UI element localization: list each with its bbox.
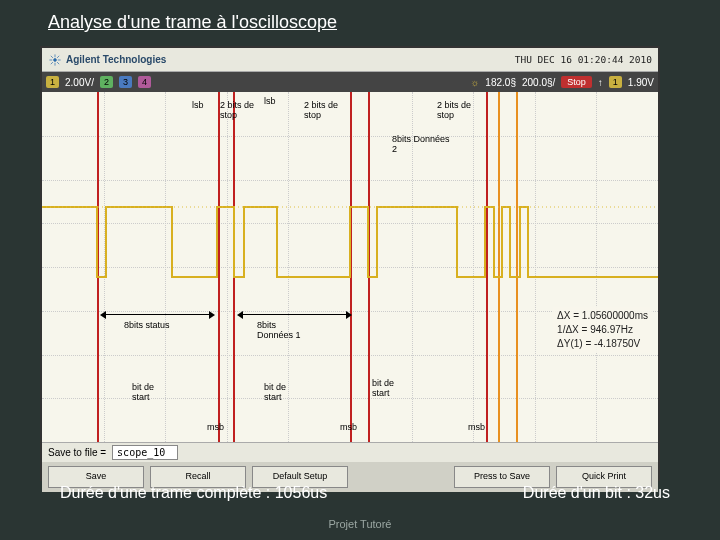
timestamp: THU DEC 16 01:20:44 2010 (515, 54, 652, 65)
agilent-burst-icon (48, 53, 62, 67)
svg-line-5 (51, 55, 53, 57)
label-8bits-data2: 8bits Données 2 (392, 134, 452, 154)
svg-line-7 (57, 55, 59, 57)
label-2bits-stop-3: 2 bits de stop (437, 100, 479, 120)
meas-dx: ΔX = 1.05600000ms (557, 309, 648, 323)
meas-invdx: 1/ΔX = 946.97Hz (557, 323, 648, 337)
trigger-level: 1.90V (628, 77, 654, 88)
svg-line-8 (51, 62, 53, 64)
trigger-edge-icon: ↑ (598, 77, 603, 88)
scope-header: Agilent Technologies THU DEC 16 01:20:44… (42, 48, 658, 72)
caption-frame-duration: Durée d'une trame complète : 1056us (60, 484, 327, 502)
slide-title: Analyse d'une trame à l'oscilloscope (48, 12, 337, 33)
label-lsb-2: lsb (264, 96, 276, 106)
measurement-readout: ΔX = 1.05600000ms 1/ΔX = 946.97Hz ΔY(1) … (553, 307, 652, 353)
time-div: 200.0§/ (522, 77, 555, 88)
label-bit-start-3: bit de start (372, 378, 412, 398)
save-label: Save to file = (48, 447, 106, 458)
run-status: Stop (561, 76, 592, 88)
meas-dy: ΔY(1) = -4.18750V (557, 337, 648, 351)
slide-footer: Projet Tutoré (0, 518, 720, 530)
svg-point-0 (54, 58, 57, 61)
brightness-icon: ☼ (470, 77, 479, 88)
softkey-empty (354, 466, 448, 488)
ch1-vdiv: 2.00V/ (65, 77, 94, 88)
label-bit-start-1: bit de start (132, 382, 172, 402)
save-bar: Save to file = scope_10 (42, 442, 658, 462)
waveform-area: lsb 2 bits de stop lsb 2 bits de stop 2 … (42, 92, 658, 442)
ch1-badge: 1 (46, 76, 59, 88)
label-msb-1: msb (207, 422, 224, 432)
label-bit-start-2: bit de start (264, 382, 304, 402)
label-2bits-stop-1: 2 bits de stop (220, 100, 262, 120)
label-msb-2: msb (340, 422, 357, 432)
svg-line-6 (57, 62, 59, 64)
brand-label: Agilent Technologies (66, 54, 166, 65)
trigger-ch: 1 (609, 76, 622, 88)
label-8bits-status: 8bits status (124, 320, 170, 330)
ch3-badge: 3 (119, 76, 132, 88)
ch4-badge: 4 (138, 76, 151, 88)
span-status (100, 308, 215, 316)
caption-bit-duration: Durée d'un bit : 32us (523, 484, 670, 502)
ch2-badge: 2 (100, 76, 113, 88)
label-8bits-data1: 8bits Données 1 (257, 320, 313, 340)
save-filename[interactable]: scope_10 (112, 445, 178, 460)
label-2bits-stop-2: 2 bits de stop (304, 100, 346, 120)
oscilloscope-screenshot: Agilent Technologies THU DEC 16 01:20:44… (40, 46, 660, 481)
time-offset: 182.0§ (485, 77, 516, 88)
info-bar: 1 2.00V/ 2 3 4 ☼ 182.0§ 200.0§/ Stop ↑ 1… (42, 72, 658, 92)
agilent-logo: Agilent Technologies (48, 53, 166, 67)
label-lsb-1: lsb (192, 100, 204, 110)
span-data1 (237, 308, 352, 316)
label-msb-3: msb (468, 422, 485, 432)
